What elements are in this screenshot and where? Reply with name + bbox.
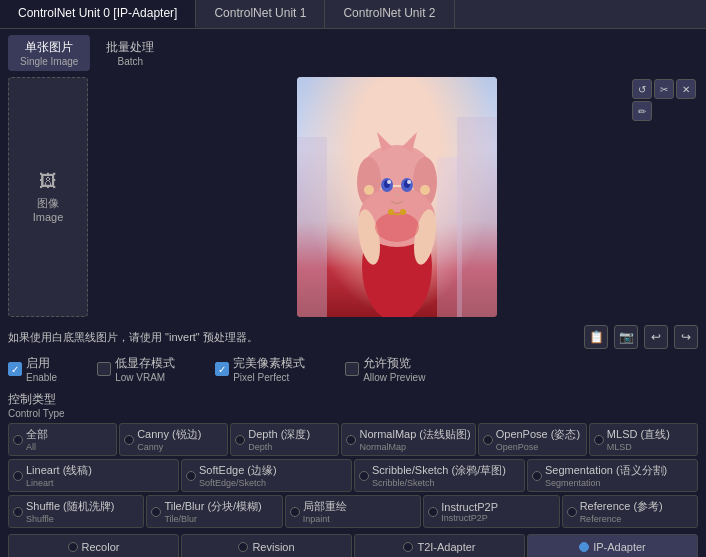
tab-batch-en: Batch bbox=[118, 56, 144, 67]
control-type-tile-blur[interactable]: Tile/Blur (分块/模糊) Tile/Blur bbox=[146, 495, 282, 528]
radio-inpaint bbox=[290, 507, 300, 517]
enable-checkbox[interactable] bbox=[8, 362, 22, 376]
control-type-shuffle[interactable]: Shuffle (随机洗牌) Shuffle bbox=[8, 495, 144, 528]
control-type-reference[interactable]: Reference (参考) Reference bbox=[562, 495, 698, 528]
tab-single-image-en: Single Image bbox=[20, 56, 78, 67]
image-controls-row2: ✏ bbox=[632, 101, 696, 121]
enable-label-en: Enable bbox=[26, 372, 57, 383]
svg-rect-1 bbox=[297, 137, 327, 317]
control-type-canny[interactable]: Canny (锐边) Canny bbox=[119, 423, 228, 456]
radio-recolor bbox=[68, 542, 78, 552]
control-type-softedge[interactable]: SoftEdge (边缘) SoftEdge/Sketch bbox=[181, 459, 352, 492]
notice-icons: 📋 📷 ↩ ↪ bbox=[584, 325, 698, 349]
bottom-tab-revision-label: Revision bbox=[252, 541, 294, 553]
camera-icon-button[interactable]: 📷 bbox=[614, 325, 638, 349]
clipboard-icon-button[interactable]: 📋 bbox=[584, 325, 608, 349]
low-vram-label-zh: 低显存模式 bbox=[115, 355, 175, 372]
bottom-tab-ip-adapter[interactable]: IP-Adapter bbox=[527, 534, 698, 557]
bottom-tab-revision[interactable]: Revision bbox=[181, 534, 352, 557]
svg-point-14 bbox=[387, 180, 391, 184]
radio-depth bbox=[235, 435, 245, 445]
sub-tab-bar: 单张图片 Single Image 批量处理 Batch bbox=[8, 35, 698, 71]
bottom-tab-recolor-label: Recolor bbox=[82, 541, 120, 553]
radio-openpose bbox=[483, 435, 493, 445]
image-upload-button[interactable]: 🖼 图像 Image bbox=[8, 77, 88, 317]
character-svg bbox=[297, 77, 497, 317]
image-upload-en: Image bbox=[33, 211, 64, 223]
undo-button[interactable]: ↺ bbox=[632, 79, 652, 99]
control-type-mlsd[interactable]: MLSD (直线) MLSD bbox=[589, 423, 698, 456]
radio-softedge bbox=[186, 471, 196, 481]
image-preview-container: ↺ ✂ ✕ ✏ bbox=[96, 77, 698, 317]
control-type-depth[interactable]: Depth (深度) Depth bbox=[230, 423, 339, 456]
image-controls: ↺ ✂ ✕ ✏ bbox=[630, 77, 698, 123]
control-type-row3: Shuffle (随机洗牌) Shuffle Tile/Blur (分块/模糊)… bbox=[8, 495, 698, 528]
top-tab-bar: ControlNet Unit 0 [IP-Adapter] ControlNe… bbox=[0, 0, 706, 29]
svg-point-23 bbox=[375, 212, 419, 242]
crop-button[interactable]: ✂ bbox=[654, 79, 674, 99]
enable-label-zh: 启用 bbox=[26, 355, 57, 372]
svg-point-17 bbox=[420, 185, 430, 195]
undo-icon-button[interactable]: ↩ bbox=[644, 325, 668, 349]
tab-single-image[interactable]: 单张图片 Single Image bbox=[8, 35, 90, 71]
svg-rect-3 bbox=[437, 157, 462, 317]
bottom-tab-t2i-adapter[interactable]: T2I-Adapter bbox=[354, 534, 525, 557]
allow-preview-label-zh: 允许预览 bbox=[363, 355, 425, 372]
tab-controlnet-unit0[interactable]: ControlNet Unit 0 [IP-Adapter] bbox=[0, 0, 196, 28]
radio-normalmap bbox=[346, 435, 356, 445]
close-button[interactable]: ✕ bbox=[676, 79, 696, 99]
svg-point-20 bbox=[395, 194, 399, 197]
low-vram-label-en: Low VRAM bbox=[115, 372, 175, 383]
radio-mlsd bbox=[594, 435, 604, 445]
tab-controlnet-unit1[interactable]: ControlNet Unit 1 bbox=[196, 0, 325, 28]
image-upload-zh: 图像 bbox=[37, 196, 59, 211]
bottom-tab-recolor[interactable]: Recolor bbox=[8, 534, 179, 557]
control-type-all[interactable]: 全部 All bbox=[8, 423, 117, 456]
control-type-section-label: 控制类型 Control Type bbox=[8, 391, 698, 419]
radio-segmentation bbox=[532, 471, 542, 481]
tab-batch[interactable]: 批量处理 Batch bbox=[94, 35, 166, 71]
radio-instructp2p bbox=[428, 507, 438, 517]
image-preview bbox=[297, 77, 497, 317]
radio-all bbox=[13, 435, 23, 445]
radio-lineart bbox=[13, 471, 23, 481]
low-vram-checkbox-item: 低显存模式 Low VRAM bbox=[97, 355, 175, 383]
pixel-perfect-label-en: Pixel Perfect bbox=[233, 372, 305, 383]
radio-ip-adapter bbox=[579, 542, 589, 552]
tab-single-image-zh: 单张图片 bbox=[25, 39, 73, 56]
pixel-perfect-checkbox-item: 完美像素模式 Pixel Perfect bbox=[215, 355, 305, 383]
pixel-perfect-checkbox[interactable] bbox=[215, 362, 229, 376]
svg-rect-2 bbox=[457, 117, 497, 317]
control-type-lineart[interactable]: Lineart (线稿) Lineart bbox=[8, 459, 179, 492]
control-type-normalmap[interactable]: NormalMap (法线贴图) NormalMap bbox=[341, 423, 475, 456]
redo-icon-button[interactable]: ↪ bbox=[674, 325, 698, 349]
control-type-zh: 控制类型 bbox=[8, 391, 698, 408]
edit-button[interactable]: ✏ bbox=[632, 101, 652, 121]
bottom-tab-t2i-adapter-label: T2I-Adapter bbox=[417, 541, 475, 553]
control-type-grid: 全部 All Canny (锐边) Canny Depth (深度) Depth bbox=[8, 423, 698, 528]
low-vram-checkbox[interactable] bbox=[97, 362, 111, 376]
control-type-inpaint[interactable]: 局部重绘 Inpaint bbox=[285, 495, 421, 528]
control-type-instructp2p[interactable]: InstructP2P InstructP2P bbox=[423, 495, 559, 528]
radio-revision bbox=[238, 542, 248, 552]
enable-checkbox-item: 启用 Enable bbox=[8, 355, 57, 383]
pixel-perfect-label-zh: 完美像素模式 bbox=[233, 355, 305, 372]
radio-scribble bbox=[359, 471, 369, 481]
main-content: 单张图片 Single Image 批量处理 Batch 🖼 图像 Image bbox=[0, 29, 706, 557]
checkboxes-row: 启用 Enable 低显存模式 Low VRAM 完美像素模式 Pixel Pe… bbox=[8, 355, 698, 383]
svg-point-16 bbox=[364, 185, 374, 195]
radio-canny bbox=[124, 435, 134, 445]
control-type-en: Control Type bbox=[8, 408, 698, 419]
control-type-scribble[interactable]: Scribble/Sketch (涂鸦/草图) Scribble/Sketch bbox=[354, 459, 525, 492]
svg-point-15 bbox=[407, 180, 411, 184]
allow-preview-checkbox[interactable] bbox=[345, 362, 359, 376]
radio-t2i-adapter bbox=[403, 542, 413, 552]
control-type-openpose[interactable]: OpenPose (姿态) OpenPose bbox=[478, 423, 587, 456]
image-controls-row1: ↺ ✂ ✕ bbox=[632, 79, 696, 99]
tab-controlnet-unit2[interactable]: ControlNet Unit 2 bbox=[325, 0, 454, 28]
bottom-tabs: Recolor Revision T2I-Adapter IP-Adapter bbox=[8, 534, 698, 557]
control-type-segmentation[interactable]: Segmentation (语义分割) Segmentation bbox=[527, 459, 698, 492]
control-type-row1: 全部 All Canny (锐边) Canny Depth (深度) Depth bbox=[8, 423, 698, 456]
control-type-row2: Lineart (线稿) Lineart SoftEdge (边缘) SoftE… bbox=[8, 459, 698, 492]
radio-shuffle bbox=[13, 507, 23, 517]
